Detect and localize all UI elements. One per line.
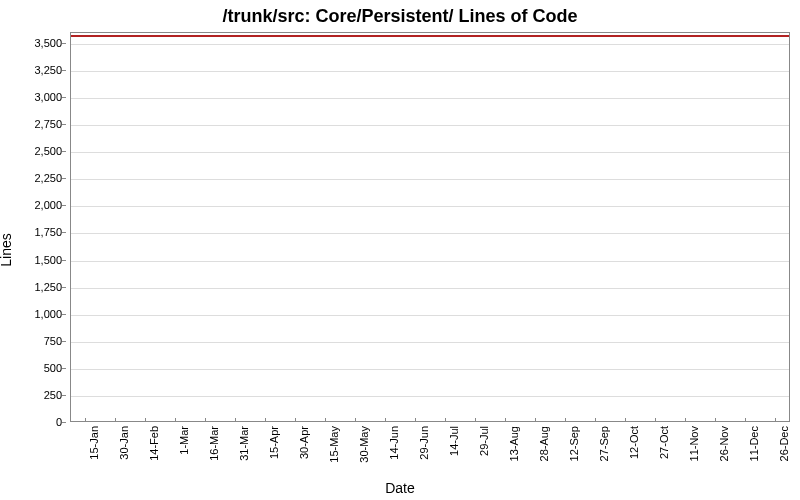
y-tick-mark (62, 43, 66, 44)
x-tick-mark (355, 418, 356, 422)
x-tick-mark (655, 418, 656, 422)
x-tick-label: 12-Oct (629, 426, 640, 459)
y-tick-mark (62, 368, 66, 369)
plot-area (70, 32, 790, 422)
y-tick-label: 3,250 (34, 64, 62, 75)
x-tick-label: 11-Nov (689, 426, 700, 461)
y-tick-mark (62, 395, 66, 396)
x-tick-label: 14-Jun (389, 426, 400, 460)
x-axis-ticks: 15-Jan30-Jan14-Feb1-Mar16-Mar31-Mar15-Ap… (70, 422, 790, 482)
gridline (71, 288, 789, 289)
x-tick-label: 30-May (359, 426, 370, 463)
x-tick-label: 13-Aug (509, 426, 520, 461)
gridline (71, 342, 789, 343)
x-tick-mark (325, 418, 326, 422)
x-tick-mark (145, 418, 146, 422)
y-tick-label: 2,250 (34, 173, 62, 184)
x-tick-mark (775, 418, 776, 422)
y-tick-label: 1,000 (34, 308, 62, 319)
y-tick-mark (62, 205, 66, 206)
y-tick-mark (62, 314, 66, 315)
gridline (71, 71, 789, 72)
x-tick-mark (475, 418, 476, 422)
y-axis-ticks: 02505007501,0001,2501,5001,7502,0002,250… (0, 32, 66, 422)
gridline (71, 125, 789, 126)
y-tick-label: 2,750 (34, 119, 62, 130)
x-tick-label: 29-Jun (419, 426, 430, 460)
x-tick-label: 26-Dec (779, 426, 790, 461)
x-tick-mark (505, 418, 506, 422)
x-tick-label: 1-Mar (179, 426, 190, 455)
chart-title: /trunk/src: Core/Persistent/ Lines of Co… (0, 6, 800, 27)
x-tick-mark (715, 418, 716, 422)
x-tick-mark (205, 418, 206, 422)
x-tick-label: 27-Oct (659, 426, 670, 459)
x-tick-label: 26-Nov (719, 426, 730, 461)
y-tick-label: 1,250 (34, 281, 62, 292)
gridline (71, 152, 789, 153)
chart-container: /trunk/src: Core/Persistent/ Lines of Co… (0, 0, 800, 500)
y-tick-label: 3,500 (34, 37, 62, 48)
x-tick-mark (385, 418, 386, 422)
y-tick-label: 500 (44, 362, 62, 373)
x-tick-mark (265, 418, 266, 422)
gridline (71, 98, 789, 99)
x-tick-mark (85, 418, 86, 422)
x-tick-mark (745, 418, 746, 422)
x-tick-label: 15-Apr (269, 426, 280, 459)
y-tick-mark (62, 232, 66, 233)
x-tick-mark (295, 418, 296, 422)
x-tick-mark (175, 418, 176, 422)
series-line (71, 35, 789, 37)
x-tick-label: 28-Aug (539, 426, 550, 461)
x-tick-mark (445, 418, 446, 422)
y-tick-label: 1,500 (34, 254, 62, 265)
x-axis-label: Date (0, 480, 800, 496)
x-tick-mark (595, 418, 596, 422)
y-tick-mark (62, 151, 66, 152)
y-tick-mark (62, 70, 66, 71)
y-tick-label: 250 (44, 389, 62, 400)
gridline (71, 315, 789, 316)
x-tick-label: 27-Sep (599, 426, 610, 461)
x-tick-mark (415, 418, 416, 422)
x-tick-label: 14-Jul (449, 426, 460, 456)
y-tick-label: 2,500 (34, 146, 62, 157)
y-tick-mark (62, 124, 66, 125)
x-tick-label: 12-Sep (569, 426, 580, 461)
y-tick-mark (62, 341, 66, 342)
x-tick-label: 16-Mar (209, 426, 220, 461)
x-tick-mark (565, 418, 566, 422)
y-tick-mark (62, 287, 66, 288)
gridline (71, 261, 789, 262)
x-tick-mark (685, 418, 686, 422)
y-tick-mark (62, 422, 66, 423)
y-tick-label: 1,750 (34, 227, 62, 238)
gridline (71, 369, 789, 370)
x-tick-label: 30-Apr (299, 426, 310, 459)
x-tick-mark (625, 418, 626, 422)
x-tick-label: 15-May (329, 426, 340, 463)
y-tick-mark (62, 178, 66, 179)
gridline (71, 44, 789, 45)
x-tick-mark (535, 418, 536, 422)
y-tick-mark (62, 97, 66, 98)
x-tick-label: 30-Jan (119, 426, 130, 460)
gridline (71, 233, 789, 234)
gridline (71, 179, 789, 180)
x-tick-label: 14-Feb (149, 426, 160, 461)
y-tick-mark (62, 260, 66, 261)
y-tick-label: 2,000 (34, 200, 62, 211)
x-tick-label: 15-Jan (89, 426, 100, 460)
x-tick-label: 31-Mar (239, 426, 250, 461)
gridline (71, 206, 789, 207)
x-tick-label: 29-Jul (479, 426, 490, 456)
gridline (71, 396, 789, 397)
x-tick-mark (235, 418, 236, 422)
y-tick-label: 750 (44, 335, 62, 346)
x-tick-mark (115, 418, 116, 422)
x-tick-label: 11-Dec (749, 426, 760, 461)
y-tick-label: 3,000 (34, 92, 62, 103)
